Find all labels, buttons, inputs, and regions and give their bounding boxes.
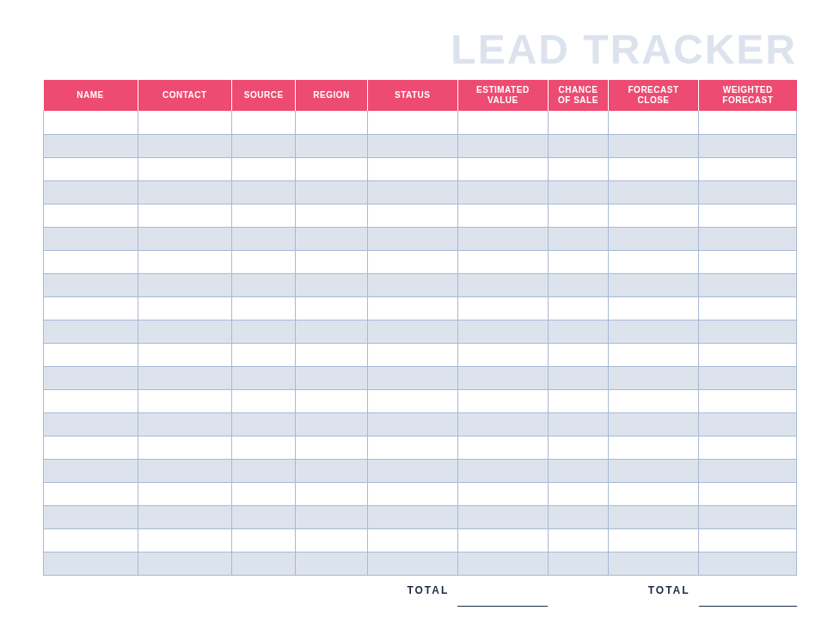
cell-estimated_value[interactable]	[457, 412, 548, 436]
cell-contact[interactable]	[138, 134, 232, 157]
cell-chance_of_sale[interactable]	[548, 366, 608, 389]
cell-region[interactable]	[296, 552, 367, 575]
cell-forecast_close[interactable]	[608, 180, 698, 204]
cell-name[interactable]	[44, 436, 138, 459]
cell-status[interactable]	[367, 412, 457, 436]
cell-estimated_value[interactable]	[457, 505, 548, 528]
cell-source[interactable]	[232, 273, 296, 296]
cell-contact[interactable]	[138, 459, 232, 482]
cell-contact[interactable]	[138, 436, 232, 459]
cell-estimated_value[interactable]	[457, 273, 548, 296]
cell-source[interactable]	[232, 528, 296, 552]
cell-chance_of_sale[interactable]	[548, 180, 608, 204]
cell-forecast_close[interactable]	[608, 366, 698, 389]
cell-region[interactable]	[296, 320, 367, 343]
cell-weighted_forecast[interactable]	[699, 111, 797, 134]
cell-name[interactable]	[44, 320, 138, 343]
total-value-2[interactable]	[699, 575, 797, 606]
cell-weighted_forecast[interactable]	[699, 482, 797, 505]
cell-forecast_close[interactable]	[608, 343, 698, 366]
cell-weighted_forecast[interactable]	[699, 227, 797, 250]
cell-name[interactable]	[44, 250, 138, 273]
cell-name[interactable]	[44, 273, 138, 296]
cell-region[interactable]	[296, 343, 367, 366]
cell-status[interactable]	[367, 180, 457, 204]
cell-estimated_value[interactable]	[457, 389, 548, 412]
cell-weighted_forecast[interactable]	[699, 320, 797, 343]
cell-region[interactable]	[296, 528, 367, 552]
cell-region[interactable]	[296, 436, 367, 459]
cell-status[interactable]	[367, 482, 457, 505]
cell-contact[interactable]	[138, 552, 232, 575]
cell-name[interactable]	[44, 227, 138, 250]
cell-estimated_value[interactable]	[457, 482, 548, 505]
cell-source[interactable]	[232, 320, 296, 343]
cell-forecast_close[interactable]	[608, 134, 698, 157]
cell-chance_of_sale[interactable]	[548, 412, 608, 436]
cell-status[interactable]	[367, 552, 457, 575]
cell-contact[interactable]	[138, 320, 232, 343]
cell-region[interactable]	[296, 250, 367, 273]
cell-status[interactable]	[367, 204, 457, 227]
cell-region[interactable]	[296, 412, 367, 436]
cell-forecast_close[interactable]	[608, 296, 698, 320]
cell-chance_of_sale[interactable]	[548, 157, 608, 180]
cell-estimated_value[interactable]	[457, 157, 548, 180]
cell-weighted_forecast[interactable]	[699, 505, 797, 528]
cell-source[interactable]	[232, 436, 296, 459]
cell-source[interactable]	[232, 412, 296, 436]
cell-estimated_value[interactable]	[457, 366, 548, 389]
cell-source[interactable]	[232, 250, 296, 273]
cell-name[interactable]	[44, 366, 138, 389]
cell-weighted_forecast[interactable]	[699, 180, 797, 204]
cell-contact[interactable]	[138, 111, 232, 134]
cell-weighted_forecast[interactable]	[699, 528, 797, 552]
cell-weighted_forecast[interactable]	[699, 273, 797, 296]
cell-contact[interactable]	[138, 482, 232, 505]
cell-name[interactable]	[44, 157, 138, 180]
cell-forecast_close[interactable]	[608, 204, 698, 227]
cell-forecast_close[interactable]	[608, 552, 698, 575]
cell-forecast_close[interactable]	[608, 227, 698, 250]
cell-estimated_value[interactable]	[457, 436, 548, 459]
cell-region[interactable]	[296, 296, 367, 320]
cell-source[interactable]	[232, 111, 296, 134]
cell-estimated_value[interactable]	[457, 343, 548, 366]
cell-weighted_forecast[interactable]	[699, 389, 797, 412]
cell-weighted_forecast[interactable]	[699, 366, 797, 389]
cell-estimated_value[interactable]	[457, 227, 548, 250]
cell-contact[interactable]	[138, 389, 232, 412]
cell-estimated_value[interactable]	[457, 204, 548, 227]
cell-status[interactable]	[367, 343, 457, 366]
cell-status[interactable]	[367, 366, 457, 389]
cell-status[interactable]	[367, 296, 457, 320]
cell-contact[interactable]	[138, 528, 232, 552]
cell-contact[interactable]	[138, 505, 232, 528]
cell-name[interactable]	[44, 412, 138, 436]
cell-name[interactable]	[44, 343, 138, 366]
cell-name[interactable]	[44, 296, 138, 320]
cell-chance_of_sale[interactable]	[548, 134, 608, 157]
cell-chance_of_sale[interactable]	[548, 505, 608, 528]
cell-chance_of_sale[interactable]	[548, 273, 608, 296]
cell-source[interactable]	[232, 366, 296, 389]
cell-name[interactable]	[44, 204, 138, 227]
cell-weighted_forecast[interactable]	[699, 134, 797, 157]
cell-weighted_forecast[interactable]	[699, 157, 797, 180]
cell-chance_of_sale[interactable]	[548, 227, 608, 250]
cell-forecast_close[interactable]	[608, 273, 698, 296]
cell-name[interactable]	[44, 134, 138, 157]
cell-estimated_value[interactable]	[457, 250, 548, 273]
cell-estimated_value[interactable]	[457, 134, 548, 157]
cell-estimated_value[interactable]	[457, 552, 548, 575]
cell-chance_of_sale[interactable]	[548, 482, 608, 505]
cell-status[interactable]	[367, 459, 457, 482]
cell-chance_of_sale[interactable]	[548, 296, 608, 320]
cell-name[interactable]	[44, 389, 138, 412]
cell-name[interactable]	[44, 111, 138, 134]
cell-forecast_close[interactable]	[608, 250, 698, 273]
cell-contact[interactable]	[138, 204, 232, 227]
cell-status[interactable]	[367, 157, 457, 180]
cell-estimated_value[interactable]	[457, 111, 548, 134]
cell-forecast_close[interactable]	[608, 436, 698, 459]
